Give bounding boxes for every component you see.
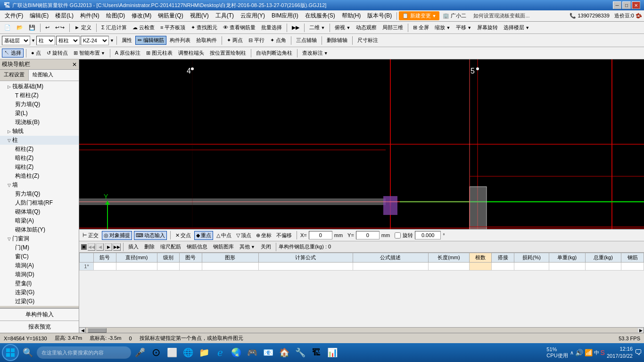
row-unit-w[interactable] <box>549 263 585 271</box>
nav-item-col-group[interactable]: ▽ 柱 <box>0 136 79 145</box>
row-dia[interactable] <box>116 263 157 271</box>
y-input[interactable] <box>356 231 380 239</box>
nav-item-cast-slab[interactable]: 现浇板(B) <box>4 118 79 127</box>
screen-rotate-button[interactable]: 屏幕旋转 <box>475 23 500 32</box>
nav-item-beam[interactable]: 梁(L) <box>4 109 79 118</box>
row-length[interactable] <box>428 263 469 271</box>
midpoint-snap[interactable]: △ 中点 <box>215 231 233 239</box>
smart-layout-tool[interactable]: ⊞ 智能布置 ▼ <box>71 49 107 58</box>
menu-file[interactable]: 文件(F) <box>2 11 26 21</box>
rotate-checkbox[interactable] <box>395 232 401 239</box>
new-button[interactable]: 📄 <box>2 24 13 32</box>
find-element-button[interactable]: ✦ 查找图元 <box>189 23 220 32</box>
nav-item-niche[interactable]: 壁龛(I) <box>4 279 79 288</box>
undo-button[interactable]: ↩ <box>43 24 52 32</box>
auto-corner-tool[interactable]: 自动判断边角柱 <box>254 49 295 58</box>
menu-element[interactable]: 构件(N) <box>77 11 102 21</box>
nav-item-az[interactable]: 暗柱(Z) <box>4 154 79 163</box>
menu-edit[interactable]: 编辑(E) <box>27 11 51 21</box>
more-button[interactable]: ▶▶ <box>289 24 302 32</box>
nav-item-dz[interactable]: 端柱(Z) <box>4 163 79 172</box>
point-tool[interactable]: ● 点 <box>29 49 43 58</box>
nav-close-icon[interactable]: ✕ <box>72 61 77 68</box>
rebar-scrollbar[interactable]: ◀ ▶ <box>79 327 644 333</box>
edit-rebar-button[interactable]: ✏ 编辑钢筋 <box>135 36 166 45</box>
property-button[interactable]: 属性 <box>119 36 134 45</box>
top-view-button[interactable]: 俯视 ▼ <box>332 23 353 32</box>
nav-item-rfmkq[interactable]: 人防门框墙(RF <box>4 198 79 207</box>
select-floor-button[interactable]: 选择楼层 ▼ <box>501 23 532 32</box>
menu-bim[interactable]: BIM应用(I) <box>269 11 301 21</box>
type-select[interactable]: 柱 <box>36 36 55 45</box>
up-arrow-icon[interactable]: ∧ <box>570 350 574 356</box>
scroll-left-btn[interactable]: ◀ <box>79 328 86 333</box>
store-icon[interactable]: 🏠 <box>277 346 291 360</box>
adjust-end-tool[interactable]: 调整柱端头 <box>176 49 206 58</box>
rebar-last-btn[interactable]: ▶▶ <box>113 243 121 251</box>
antivirus-icon[interactable]: S <box>601 349 605 356</box>
rebar-delete-btn[interactable]: 删除 <box>142 242 157 251</box>
batch-select-button[interactable]: 批量选择 <box>259 23 284 32</box>
label-tool[interactable]: A 原位标注 <box>113 49 143 58</box>
two-points-button[interactable]: ✦ 两点 <box>224 36 245 45</box>
col-table-tool[interactable]: ⊞ 图元柱表 <box>144 49 175 58</box>
nav-item-qtq[interactable]: 砌体墙(Q) <box>4 207 79 216</box>
rebar-next-btn[interactable]: ▶ <box>105 243 112 251</box>
nav-item-wall-group[interactable]: ▽ 墙 <box>0 181 79 189</box>
menu-help[interactable]: 帮助(H) <box>339 11 364 21</box>
nav-item-al[interactable]: 暗梁(A) <box>4 216 79 225</box>
draw-input-tab[interactable]: 绘图输入 <box>29 70 57 81</box>
rebar-library-btn[interactable]: 钢筋图库 <box>211 242 236 251</box>
rebar-info-btn[interactable]: 钢筋信息 <box>184 242 210 251</box>
rebar-first-btn[interactable]: ◀◀ <box>88 243 95 251</box>
subtype-select[interactable]: 框柱 <box>56 36 80 45</box>
sum-button[interactable]: Σ 汇总计算 <box>99 23 129 32</box>
volume-icon[interactable]: 📶 <box>585 349 593 356</box>
nav-item-frame-col[interactable]: T 框柱(Z) <box>4 91 79 100</box>
task-view-icon[interactable]: ⬜ <box>165 346 179 360</box>
define-button[interactable]: ► 定义 <box>72 23 94 32</box>
nav-item-window[interactable]: 窗(C) <box>4 252 79 261</box>
app2-icon[interactable]: 🏗 <box>309 346 323 360</box>
rebar-close-btn[interactable]: 关闭 <box>258 242 273 251</box>
dim-button[interactable]: 尺寸标注 <box>355 36 380 45</box>
row-formula[interactable] <box>258 263 353 271</box>
network-icon[interactable]: 🔊 <box>575 349 583 356</box>
row-roots[interactable] <box>469 263 492 271</box>
nav-item-gjz[interactable]: 构造柱(Z) <box>4 172 79 181</box>
modify-label-tool[interactable]: 查改标注 ▼ <box>300 49 330 58</box>
fullscreen-button[interactable]: ⊞ 全屏 <box>411 23 431 32</box>
rebar-scale-btn[interactable]: 缩尺配筋 <box>158 242 183 251</box>
rotate-input[interactable] <box>415 231 441 239</box>
single-element-input-btn[interactable]: 单构件输入 <box>0 308 79 321</box>
new-change-button[interactable]: 📋 新建变更 ▼ <box>399 11 439 20</box>
globe-icon[interactable]: 🌏 <box>229 346 243 360</box>
scroll-thumb[interactable] <box>88 328 107 333</box>
row-desc[interactable] <box>353 263 428 271</box>
dynamic-input[interactable]: ⌨ 动态输入 <box>134 231 167 240</box>
rebar-other-btn[interactable]: 其他 ▼ <box>237 242 257 251</box>
view-rebar-button[interactable]: 👁 查看钢筋量 <box>221 23 258 32</box>
three-point-axis-button[interactable]: 三点辅轴 <box>294 36 319 45</box>
nav-item-gl[interactable]: 过梁(G) <box>4 297 79 306</box>
coord-snap[interactable]: ⊕ 坐标 <box>255 231 273 239</box>
element-select[interactable]: KZ-24 <box>81 36 109 45</box>
menu-tools[interactable]: 工具(T) <box>213 11 237 21</box>
cloud-check-button[interactable]: ☁ 云检查 <box>130 23 157 32</box>
nav-item-wall-hole-a[interactable]: 墙洞(A) <box>4 261 79 270</box>
rotate-point-tool[interactable]: ↺ 旋转点 <box>44 49 70 58</box>
taskbar-search-input[interactable] <box>37 346 131 359</box>
menu-view[interactable]: 视图(V) <box>187 11 212 21</box>
system-clock[interactable]: 12:16 2017/10/22 <box>607 346 633 360</box>
redo-button[interactable]: ↩↩ <box>53 24 67 32</box>
scroll-right-btn[interactable]: ▶ <box>637 328 644 333</box>
zoom-button[interactable]: 缩放 ▼ <box>432 23 453 32</box>
row-rebar[interactable] <box>621 263 644 271</box>
menu-cloud[interactable]: 云应用(Y) <box>238 11 268 21</box>
no-offset-snap[interactable]: 不偏移 <box>275 231 293 239</box>
pick-element-button[interactable]: 拾取构件 <box>194 36 219 45</box>
row-loss[interactable] <box>514 263 549 271</box>
cortana-icon[interactable]: ⊙ <box>149 346 163 360</box>
nav-item-qtjj[interactable]: 砌体加筋(Y) <box>4 225 79 234</box>
notification-icon[interactable]: 🗨 <box>635 348 642 357</box>
